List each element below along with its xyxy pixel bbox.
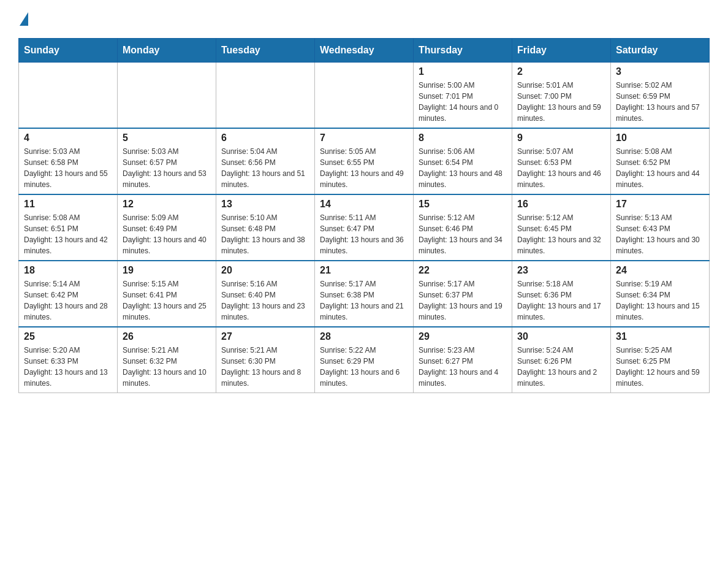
calendar-cell: 17Sunrise: 5:13 AM Sunset: 6:43 PM Dayli… bbox=[611, 194, 710, 261]
day-number: 8 bbox=[419, 132, 507, 144]
calendar-cell: 14Sunrise: 5:11 AM Sunset: 6:47 PM Dayli… bbox=[315, 194, 414, 261]
calendar-week-row: 11Sunrise: 5:08 AM Sunset: 6:51 PM Dayli… bbox=[19, 194, 710, 261]
day-info: Sunrise: 5:06 AM Sunset: 6:54 PM Dayligh… bbox=[419, 146, 507, 190]
day-number: 30 bbox=[517, 331, 605, 342]
day-info: Sunrise: 5:05 AM Sunset: 6:55 PM Dayligh… bbox=[320, 146, 408, 190]
day-number: 20 bbox=[221, 265, 309, 276]
header-tuesday: Tuesday bbox=[216, 39, 315, 63]
calendar-week-row: 25Sunrise: 5:20 AM Sunset: 6:33 PM Dayli… bbox=[19, 327, 710, 393]
day-number: 10 bbox=[616, 132, 704, 144]
header-sunday: Sunday bbox=[19, 39, 118, 63]
day-number: 5 bbox=[123, 132, 211, 144]
day-number: 3 bbox=[616, 66, 704, 77]
calendar-cell: 23Sunrise: 5:18 AM Sunset: 6:36 PM Dayli… bbox=[512, 261, 611, 327]
day-number: 24 bbox=[616, 265, 704, 276]
day-info: Sunrise: 5:20 AM Sunset: 6:33 PM Dayligh… bbox=[24, 345, 112, 389]
calendar-cell: 1Sunrise: 5:00 AM Sunset: 7:01 PM Daylig… bbox=[414, 63, 512, 129]
calendar-cell: 28Sunrise: 5:22 AM Sunset: 6:29 PM Dayli… bbox=[315, 327, 414, 393]
day-info: Sunrise: 5:19 AM Sunset: 6:34 PM Dayligh… bbox=[616, 278, 704, 323]
day-info: Sunrise: 5:17 AM Sunset: 6:37 PM Dayligh… bbox=[419, 278, 507, 323]
calendar-cell: 12Sunrise: 5:09 AM Sunset: 6:49 PM Dayli… bbox=[118, 194, 216, 261]
calendar-cell: 26Sunrise: 5:21 AM Sunset: 6:32 PM Dayli… bbox=[118, 327, 216, 393]
day-info: Sunrise: 5:03 AM Sunset: 6:58 PM Dayligh… bbox=[24, 146, 112, 190]
day-number: 19 bbox=[123, 265, 211, 276]
day-info: Sunrise: 5:23 AM Sunset: 6:27 PM Dayligh… bbox=[419, 345, 507, 389]
header-saturday: Saturday bbox=[611, 39, 710, 63]
calendar-cell: 9Sunrise: 5:07 AM Sunset: 6:53 PM Daylig… bbox=[512, 128, 611, 194]
calendar-cell: 22Sunrise: 5:17 AM Sunset: 6:37 PM Dayli… bbox=[414, 261, 512, 327]
calendar-cell: 8Sunrise: 5:06 AM Sunset: 6:54 PM Daylig… bbox=[414, 128, 512, 194]
calendar-cell: 5Sunrise: 5:03 AM Sunset: 6:57 PM Daylig… bbox=[118, 128, 216, 194]
day-number: 21 bbox=[320, 265, 408, 276]
day-number: 7 bbox=[320, 132, 408, 144]
day-number: 2 bbox=[517, 66, 605, 77]
day-info: Sunrise: 5:01 AM Sunset: 7:00 PM Dayligh… bbox=[517, 80, 605, 124]
day-number: 17 bbox=[616, 199, 704, 210]
calendar-week-row: 4Sunrise: 5:03 AM Sunset: 6:58 PM Daylig… bbox=[19, 128, 710, 194]
day-info: Sunrise: 5:12 AM Sunset: 6:46 PM Dayligh… bbox=[419, 212, 507, 256]
day-info: Sunrise: 5:17 AM Sunset: 6:38 PM Dayligh… bbox=[320, 278, 408, 323]
calendar-cell: 16Sunrise: 5:12 AM Sunset: 6:45 PM Dayli… bbox=[512, 194, 611, 261]
calendar-cell: 18Sunrise: 5:14 AM Sunset: 6:42 PM Dayli… bbox=[19, 261, 118, 327]
day-info: Sunrise: 5:21 AM Sunset: 6:30 PM Dayligh… bbox=[221, 345, 309, 389]
day-info: Sunrise: 5:22 AM Sunset: 6:29 PM Dayligh… bbox=[320, 345, 408, 389]
calendar-cell bbox=[19, 63, 118, 129]
day-number: 15 bbox=[419, 199, 507, 210]
day-number: 11 bbox=[24, 199, 112, 210]
calendar-cell bbox=[216, 63, 315, 129]
day-number: 23 bbox=[517, 265, 605, 276]
day-number: 26 bbox=[123, 331, 211, 342]
calendar-week-row: 1Sunrise: 5:00 AM Sunset: 7:01 PM Daylig… bbox=[19, 63, 710, 129]
logo bbox=[18, 12, 29, 26]
day-number: 31 bbox=[616, 331, 704, 342]
day-info: Sunrise: 5:13 AM Sunset: 6:43 PM Dayligh… bbox=[616, 212, 704, 256]
calendar-cell: 7Sunrise: 5:05 AM Sunset: 6:55 PM Daylig… bbox=[315, 128, 414, 194]
day-number: 18 bbox=[24, 265, 112, 276]
day-number: 14 bbox=[320, 199, 408, 210]
day-info: Sunrise: 5:02 AM Sunset: 6:59 PM Dayligh… bbox=[616, 80, 704, 124]
calendar-cell: 11Sunrise: 5:08 AM Sunset: 6:51 PM Dayli… bbox=[19, 194, 118, 261]
calendar-cell: 20Sunrise: 5:16 AM Sunset: 6:40 PM Dayli… bbox=[216, 261, 315, 327]
day-info: Sunrise: 5:11 AM Sunset: 6:47 PM Dayligh… bbox=[320, 212, 408, 256]
weekday-header-row: Sunday Monday Tuesday Wednesday Thursday… bbox=[19, 39, 710, 63]
calendar-cell: 15Sunrise: 5:12 AM Sunset: 6:46 PM Dayli… bbox=[414, 194, 512, 261]
header-thursday: Thursday bbox=[414, 39, 512, 63]
day-number: 25 bbox=[24, 331, 112, 342]
day-info: Sunrise: 5:25 AM Sunset: 6:25 PM Dayligh… bbox=[616, 345, 704, 389]
day-number: 29 bbox=[419, 331, 507, 342]
calendar-cell: 29Sunrise: 5:23 AM Sunset: 6:27 PM Dayli… bbox=[414, 327, 512, 393]
day-number: 6 bbox=[221, 132, 309, 144]
calendar-cell: 3Sunrise: 5:02 AM Sunset: 6:59 PM Daylig… bbox=[611, 63, 710, 129]
calendar-cell: 27Sunrise: 5:21 AM Sunset: 6:30 PM Dayli… bbox=[216, 327, 315, 393]
day-number: 12 bbox=[123, 199, 211, 210]
calendar-cell: 31Sunrise: 5:25 AM Sunset: 6:25 PM Dayli… bbox=[611, 327, 710, 393]
day-info: Sunrise: 5:14 AM Sunset: 6:42 PM Dayligh… bbox=[24, 278, 112, 323]
calendar-cell: 6Sunrise: 5:04 AM Sunset: 6:56 PM Daylig… bbox=[216, 128, 315, 194]
header-friday: Friday bbox=[512, 39, 611, 63]
day-info: Sunrise: 5:15 AM Sunset: 6:41 PM Dayligh… bbox=[123, 278, 211, 323]
calendar-cell: 19Sunrise: 5:15 AM Sunset: 6:41 PM Dayli… bbox=[118, 261, 216, 327]
calendar-cell: 21Sunrise: 5:17 AM Sunset: 6:38 PM Dayli… bbox=[315, 261, 414, 327]
page-header bbox=[18, 12, 710, 26]
calendar-cell: 30Sunrise: 5:24 AM Sunset: 6:26 PM Dayli… bbox=[512, 327, 611, 393]
calendar-cell: 4Sunrise: 5:03 AM Sunset: 6:58 PM Daylig… bbox=[19, 128, 118, 194]
day-number: 28 bbox=[320, 331, 408, 342]
day-info: Sunrise: 5:24 AM Sunset: 6:26 PM Dayligh… bbox=[517, 345, 605, 389]
logo-triangle-icon bbox=[20, 12, 28, 26]
day-number: 4 bbox=[24, 132, 112, 144]
calendar-cell: 25Sunrise: 5:20 AM Sunset: 6:33 PM Dayli… bbox=[19, 327, 118, 393]
day-info: Sunrise: 5:16 AM Sunset: 6:40 PM Dayligh… bbox=[221, 278, 309, 323]
day-info: Sunrise: 5:00 AM Sunset: 7:01 PM Dayligh… bbox=[419, 80, 507, 124]
calendar-cell bbox=[118, 63, 216, 129]
day-info: Sunrise: 5:07 AM Sunset: 6:53 PM Dayligh… bbox=[517, 146, 605, 190]
header-monday: Monday bbox=[118, 39, 216, 63]
day-info: Sunrise: 5:08 AM Sunset: 6:52 PM Dayligh… bbox=[616, 146, 704, 190]
day-number: 9 bbox=[517, 132, 605, 144]
day-info: Sunrise: 5:18 AM Sunset: 6:36 PM Dayligh… bbox=[517, 278, 605, 323]
day-info: Sunrise: 5:10 AM Sunset: 6:48 PM Dayligh… bbox=[221, 212, 309, 256]
day-number: 16 bbox=[517, 199, 605, 210]
calendar-week-row: 18Sunrise: 5:14 AM Sunset: 6:42 PM Dayli… bbox=[19, 261, 710, 327]
day-info: Sunrise: 5:08 AM Sunset: 6:51 PM Dayligh… bbox=[24, 212, 112, 256]
day-info: Sunrise: 5:03 AM Sunset: 6:57 PM Dayligh… bbox=[123, 146, 211, 190]
calendar-cell bbox=[315, 63, 414, 129]
